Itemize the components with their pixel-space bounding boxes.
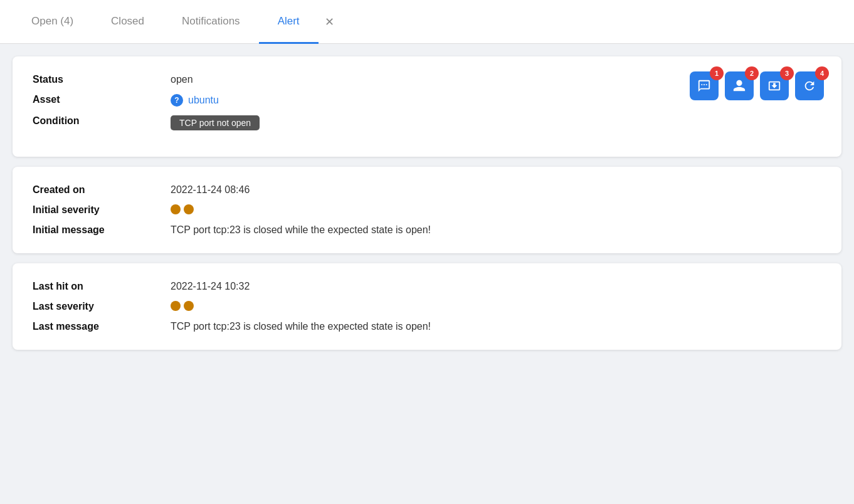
last-hit-value: 2022-11-24 10:32 (171, 281, 250, 292)
created-card: Created on 2022-11-24 08:46 Initial seve… (13, 167, 841, 253)
initial-severity-value (171, 204, 194, 214)
severity-dots (171, 204, 194, 214)
refresh-icon (803, 79, 816, 93)
question-icon: ? (171, 94, 183, 107)
created-value: 2022-11-24 08:46 (171, 184, 250, 196)
initial-message-label: Initial message (33, 224, 171, 236)
last-hit-row: Last hit on 2022-11-24 10:32 (33, 281, 821, 292)
condition-label: Condition (33, 115, 171, 127)
tab-closed[interactable]: Closed (92, 1, 163, 44)
tab-notifications[interactable]: Notifications (163, 1, 259, 44)
status-label: Status (33, 74, 171, 85)
refresh-button[interactable]: 4 (795, 71, 824, 100)
tab-open[interactable]: Open (4) (13, 1, 92, 44)
severity-dot-1 (171, 204, 181, 214)
status-card: Status open Asset ? ubuntu Condition TCP… (13, 56, 841, 157)
condition-badge: TCP port not open (171, 115, 260, 130)
condition-value: TCP port not open (171, 115, 260, 130)
last-severity-row: Last severity (33, 301, 821, 312)
person-icon (732, 79, 746, 93)
last-hit-label: Last hit on (33, 281, 171, 292)
assign-badge: 2 (745, 66, 759, 80)
status-value: open (171, 74, 193, 85)
assign-button[interactable]: 2 (725, 71, 754, 100)
action-buttons: 1 2 3 4 (690, 71, 824, 100)
initial-message-row: Initial message TCP port tcp:23 is close… (33, 224, 821, 236)
created-label: Created on (33, 184, 171, 196)
last-severity-dots (171, 301, 194, 311)
tab-bar: Open (4) Closed Notifications Alert ✕ (0, 0, 854, 44)
last-message-label: Last message (33, 321, 171, 332)
last-hit-card: Last hit on 2022-11-24 10:32 Last severi… (13, 263, 841, 350)
last-message-value: TCP port tcp:23 is closed while the expe… (171, 321, 431, 332)
refresh-badge: 4 (815, 66, 829, 80)
created-row: Created on 2022-11-24 08:46 (33, 184, 821, 196)
last-severity-dot-1 (171, 301, 181, 311)
last-severity-dot-2 (184, 301, 194, 311)
initial-message-value: TCP port tcp:23 is closed while the expe… (171, 224, 431, 236)
asset-link[interactable]: ubuntu (188, 95, 219, 106)
tab-close-button[interactable]: ✕ (319, 0, 340, 43)
comment-button[interactable]: 1 (690, 71, 719, 100)
download-icon (767, 79, 781, 93)
condition-row: Condition TCP port not open (33, 115, 821, 130)
last-message-row: Last message TCP port tcp:23 is closed w… (33, 321, 821, 332)
severity-dot-2 (184, 204, 194, 214)
initial-severity-row: Initial severity (33, 204, 821, 216)
asset-label: Asset (33, 94, 171, 105)
last-severity-label: Last severity (33, 301, 171, 312)
initial-severity-label: Initial severity (33, 204, 171, 216)
tab-alert[interactable]: Alert (259, 1, 319, 44)
export-badge: 3 (780, 66, 794, 80)
last-severity-value (171, 301, 194, 311)
comment-icon (697, 79, 711, 93)
comment-badge: 1 (710, 66, 724, 80)
asset-value: ? ubuntu (171, 94, 219, 107)
main-content: Status open Asset ? ubuntu Condition TCP… (0, 44, 854, 362)
export-button[interactable]: 3 (760, 71, 789, 100)
